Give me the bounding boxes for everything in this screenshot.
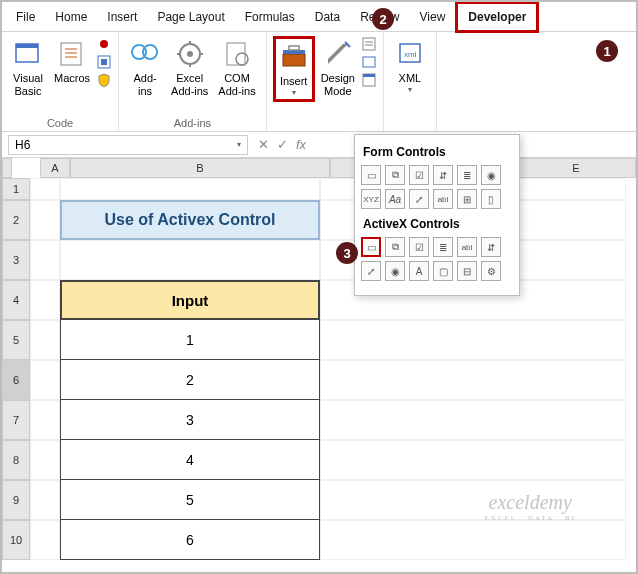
chevron-down-icon: ▾ [237,140,241,149]
form-scrollbar-icon[interactable]: ⤢ [409,189,429,209]
row-6[interactable]: 6 [2,360,30,400]
title-cell[interactable]: Use of Activex Control [60,200,320,240]
form-option-icon[interactable]: ◉ [481,165,501,185]
svg-rect-25 [363,74,375,77]
activex-controls-grid: ▭ ⧉ ☑ ≣ abl ⇵ ⤢ ◉ A ▢ ⊟ ⚙ [361,237,513,281]
macros-button[interactable]: Macros [50,36,94,87]
form-controls-title: Form Controls [363,145,511,159]
cancel-icon: ✕ [258,137,269,152]
col-B[interactable]: B [70,158,330,178]
view-code-button[interactable] [361,54,377,70]
row-4[interactable]: 4 [2,280,30,320]
activex-checkbox-icon[interactable]: ☑ [409,237,429,257]
callout-1: 1 [596,40,618,62]
form-combobox-icon[interactable]: ⧉ [385,165,405,185]
callout-2: 2 [372,8,394,30]
activex-spin-icon[interactable]: ⤢ [361,261,381,281]
form-label-icon[interactable]: Aa [385,189,405,209]
svg-point-10 [187,51,193,57]
data-cell[interactable]: 2 [60,360,320,400]
activex-scrollbar-icon[interactable]: ⇵ [481,237,501,257]
ribbon-tabs: File Home Insert Page Layout Formulas Da… [2,2,636,32]
name-box-value: H6 [15,138,30,152]
design-mode-button[interactable]: Design Mode [317,36,359,99]
activex-toggle-icon[interactable]: ⊟ [457,261,477,281]
relative-refs-button[interactable] [96,54,112,70]
row-5[interactable]: 5 [2,320,30,360]
row-8[interactable]: 8 [2,440,30,480]
excel-addins-button[interactable]: Excel Add-ins [167,36,212,99]
addins-button[interactable]: Add- ins [125,36,165,99]
form-frame-icon[interactable]: ▯ [481,189,501,209]
toolbox-icon [278,41,310,73]
data-cell[interactable]: 5 [60,480,320,520]
input-header-cell[interactable]: Input [60,280,320,320]
tab-file[interactable]: File [6,4,45,30]
callout-3: 3 [336,242,358,264]
form-button-icon[interactable]: ▭ [361,165,381,185]
svg-point-6 [100,40,108,48]
name-box[interactable]: H6 ▾ [8,135,248,155]
column-headers: A B C D E [2,158,636,178]
data-cell[interactable]: 3 [60,400,320,440]
controls-mini-stack [361,36,377,88]
visual-basic-button[interactable]: Visual Basic [8,36,48,99]
macro-security-button[interactable] [96,72,112,88]
row-10[interactable]: 10 [2,520,30,560]
tab-insert[interactable]: Insert [97,4,147,30]
run-dialog-button[interactable] [361,72,377,88]
data-cell[interactable]: 1 [60,320,320,360]
svg-rect-1 [16,44,38,48]
activex-textbox-icon[interactable]: abl [457,237,477,257]
macros-icon [56,38,88,70]
activex-more-icon[interactable]: ⚙ [481,261,501,281]
activex-combobox-icon[interactable]: ⧉ [385,237,405,257]
form-groupbox-icon[interactable]: XYZ [361,189,381,209]
svg-rect-19 [289,46,299,50]
col-A[interactable]: A [40,158,70,178]
row-7[interactable]: 7 [2,400,30,440]
row-headers: 1 2 3 4 5 6 7 8 9 10 [2,178,30,560]
group-label-code: Code [47,117,73,129]
activex-command-button-icon[interactable]: ▭ [361,237,381,257]
data-cell[interactable]: 4 [60,440,320,480]
svg-rect-2 [61,43,81,65]
insert-controls-dropdown: Form Controls ▭ ⧉ ☑ ⇵ ≣ ◉ XYZ Aa ⤢ abl ⊞… [354,134,520,296]
com-addins-button[interactable]: COM Add-ins [214,36,259,99]
tab-data[interactable]: Data [305,4,350,30]
row-1[interactable]: 1 [2,178,30,200]
addins-icon [129,38,161,70]
row-9[interactable]: 9 [2,480,30,520]
form-textfield-icon[interactable]: abl [433,189,453,209]
tab-formulas[interactable]: Formulas [235,4,305,30]
form-controls-grid: ▭ ⧉ ☑ ⇵ ≣ ◉ XYZ Aa ⤢ abl ⊞ ▯ [361,165,513,209]
row-2[interactable]: 2 [2,200,30,240]
select-all-corner[interactable] [2,158,12,178]
activex-label-icon[interactable]: A [409,261,429,281]
record-macro-button[interactable] [96,36,112,52]
data-cell[interactable]: 6 [60,520,320,560]
activex-image-icon[interactable]: ▢ [433,261,453,281]
tab-developer[interactable]: Developer [455,1,539,33]
svg-rect-17 [283,54,305,66]
col-E[interactable]: E [516,158,636,178]
group-addins: Add- ins Excel Add-ins COM Add-ins Add-i… [119,32,267,131]
formula-bar[interactable]: ✕ ✓ fx [258,137,306,152]
activex-controls-title: ActiveX Controls [363,217,511,231]
form-checkbox-icon[interactable]: ☑ [409,165,429,185]
xml-button[interactable]: xml XML ▾ [390,36,430,96]
form-combo-icon[interactable]: ⊞ [457,189,477,209]
row-3[interactable]: 3 [2,240,30,280]
group-code: Visual Basic Macros Code [2,32,119,131]
tab-view[interactable]: View [410,4,456,30]
svg-rect-8 [101,59,107,65]
activex-option-icon[interactable]: ◉ [385,261,405,281]
activex-listbox-icon[interactable]: ≣ [433,237,453,257]
properties-button[interactable] [361,36,377,52]
form-listbox-icon[interactable]: ≣ [457,165,477,185]
tab-page-layout[interactable]: Page Layout [147,4,234,30]
form-spin-icon[interactable]: ⇵ [433,165,453,185]
svg-rect-20 [363,38,375,50]
tab-home[interactable]: Home [45,4,97,30]
insert-controls-button[interactable]: Insert ▾ [273,36,315,102]
